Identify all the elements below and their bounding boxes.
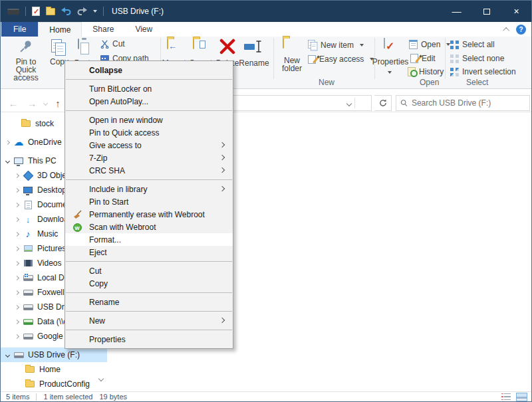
divider	[103, 7, 104, 16]
tab-home[interactable]: Home	[38, 22, 82, 37]
menu-item-crc-sha[interactable]: CRC SHA	[65, 164, 233, 177]
forward-button[interactable]: →	[25, 94, 39, 112]
minimize-button[interactable]: —	[442, 1, 471, 22]
tab-file[interactable]: File	[1, 22, 38, 37]
sidebar-item-usb-drive-f-selected[interactable]: USB Drive (F:)	[1, 348, 107, 362]
help-icon[interactable]: ?	[516, 25, 526, 35]
copy-to-icon	[193, 39, 194, 49]
menu-item-pin-to-start[interactable]: Pin to Start	[65, 195, 233, 208]
thumbnail-view-icon[interactable]	[516, 393, 527, 401]
menu-item-properties[interactable]: Properties	[65, 333, 233, 346]
undo-icon[interactable]	[61, 7, 71, 16]
back-button[interactable]: ←	[6, 94, 21, 112]
expander-icon[interactable]	[5, 158, 10, 163]
desktop-icon	[23, 185, 33, 195]
delete-icon	[219, 39, 236, 56]
menu-separator	[66, 179, 232, 180]
items-count: 5 items	[6, 393, 29, 401]
menu-item-collapse[interactable]: Collapse	[65, 64, 233, 76]
expander-icon[interactable]	[15, 275, 19, 280]
easy-access-button[interactable]: Easy access	[308, 54, 374, 64]
menu-separator	[66, 79, 232, 80]
expander-icon[interactable]	[15, 334, 19, 338]
menu-item-cut[interactable]: Cut	[65, 264, 233, 277]
new-item-button[interactable]: New item	[308, 40, 364, 50]
address-dropdown-icon[interactable]	[346, 101, 352, 106]
context-menu: Collapse Turn BitLocker on Open AutoPlay…	[65, 60, 233, 349]
redo-icon[interactable]	[77, 7, 87, 16]
search-box[interactable]	[396, 95, 530, 111]
expander-icon[interactable]	[15, 202, 19, 207]
menu-item-copy[interactable]: Copy	[65, 277, 233, 290]
new-folder-icon[interactable]	[46, 8, 55, 15]
webroot-icon: w	[71, 222, 83, 233]
new-folder-button[interactable]: New folder	[276, 56, 308, 72]
history-button[interactable]: History	[408, 67, 444, 76]
quick-access-toolbar	[1, 7, 104, 16]
tab-view[interactable]: View	[124, 22, 163, 37]
expander-icon[interactable]	[5, 140, 10, 144]
open-button[interactable]: Open	[409, 40, 450, 49]
cut-button[interactable]: Cut	[100, 39, 125, 49]
select-none-button[interactable]: Select none	[450, 54, 504, 63]
recent-locations-dropdown-icon[interactable]	[41, 94, 50, 112]
disk-icon	[23, 331, 33, 342]
expander-icon[interactable]	[15, 173, 19, 177]
expander-icon[interactable]	[15, 290, 19, 294]
sidebar-item-home-folder[interactable]: Home	[1, 362, 107, 377]
maximize-button[interactable]	[471, 1, 501, 22]
refresh-button[interactable]	[374, 95, 392, 111]
menu-item-eject[interactable]: Eject	[65, 246, 233, 258]
expander-icon[interactable]	[15, 260, 19, 265]
folder-icon	[25, 379, 35, 389]
menu-item-pin-to-quick-access[interactable]: Pin to Quick access	[65, 126, 233, 139]
expander-icon[interactable]	[15, 304, 19, 309]
search-icon	[400, 99, 408, 107]
properties-button[interactable]: Properties	[370, 58, 410, 66]
disk-icon	[23, 287, 33, 298]
expander-icon[interactable]	[15, 217, 19, 221]
network-drive-icon	[23, 316, 33, 327]
sidebar-item-productconfig-folder[interactable]: ProductConfig	[1, 377, 107, 391]
menu-item-7zip[interactable]: 7-Zip	[65, 151, 233, 164]
expander-icon[interactable]	[5, 352, 10, 357]
edit-button[interactable]: Edit	[410, 54, 436, 63]
menu-item-include-in-library[interactable]: Include in library	[65, 183, 233, 195]
expander-icon[interactable]	[15, 246, 19, 251]
menu-item-permanently-erase-webroot[interactable]: Permanently erase with Webroot	[65, 208, 233, 221]
menu-item-open-autoplay[interactable]: Open AutoPlay...	[65, 95, 233, 108]
expander-icon[interactable]	[15, 319, 19, 324]
menu-item-give-access-to[interactable]: Give access to	[65, 139, 233, 151]
tab-share[interactable]: Share	[82, 22, 124, 37]
picture-icon	[23, 243, 33, 254]
menu-item-new[interactable]: New	[65, 314, 233, 327]
group-label-open: Open	[420, 78, 439, 87]
properties-icon[interactable]	[32, 7, 40, 16]
divider	[25, 7, 26, 16]
pin-to-quick-access-button[interactable]: Pin to Quick access	[5, 58, 47, 82]
paste-icon	[78, 39, 79, 49]
rename-icon	[244, 40, 263, 55]
selection-size: 19 bytes	[99, 393, 127, 401]
menu-item-open-in-new-window[interactable]: Open in new window	[65, 114, 233, 126]
submenu-arrow-icon	[219, 155, 225, 160]
video-icon	[23, 258, 33, 268]
up-button[interactable]: ↑	[51, 94, 65, 112]
customize-toolbar-dropdown-icon[interactable]	[93, 10, 97, 13]
ribbon-tabs: File Home Share View	[1, 22, 531, 37]
group-label-select: Select	[466, 78, 488, 87]
menu-item-scan-with-webroot[interactable]: w Scan with Webroot	[65, 221, 233, 233]
rename-button[interactable]: Rename	[237, 59, 271, 67]
menu-item-rename[interactable]: Rename	[65, 296, 233, 308]
menu-item-turn-bitlocker-on[interactable]: Turn BitLocker on	[65, 82, 233, 95]
invert-selection-button[interactable]: Invert selection	[450, 67, 516, 76]
expander-icon[interactable]	[15, 187, 19, 192]
details-view-icon[interactable]	[501, 393, 512, 401]
menu-item-format[interactable]: Format...	[65, 233, 233, 246]
drive-icon	[7, 9, 19, 15]
search-input[interactable]	[412, 98, 525, 108]
expander-icon[interactable]	[15, 231, 19, 236]
close-button[interactable]: ×	[501, 1, 531, 22]
select-all-button[interactable]: Select all	[450, 40, 495, 49]
divider	[354, 98, 355, 108]
